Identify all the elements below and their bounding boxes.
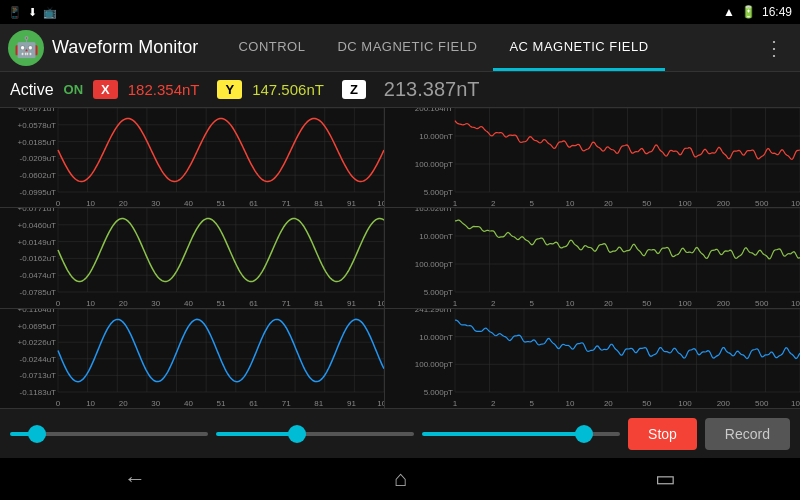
record-button[interactable]: Record — [705, 418, 790, 450]
controls-bar: Stop Record — [0, 408, 800, 458]
stop-button[interactable]: Stop — [628, 418, 697, 450]
svg-text:🤖: 🤖 — [14, 35, 39, 59]
screen-icon: 📺 — [43, 6, 57, 19]
slider-1[interactable] — [10, 432, 208, 436]
status-icons-right: ▲ 🔋 16:49 — [723, 5, 792, 19]
active-label: Active — [10, 81, 54, 99]
tab-control[interactable]: CONTROL — [222, 24, 321, 71]
y-badge: Y — [217, 80, 242, 99]
left-chart-z-canvas — [0, 309, 384, 408]
right-chart-x-canvas — [385, 108, 800, 208]
slider-2[interactable] — [216, 432, 414, 436]
status-bar: 📱 ⬇ 📺 ▲ 🔋 16:49 — [0, 0, 800, 24]
tab-dc[interactable]: DC MAGNETIC FIELD — [321, 24, 493, 71]
x-value: 182.354nT — [128, 81, 200, 98]
nav-bar: ← ⌂ ▭ — [0, 458, 800, 500]
right-chart-y-canvas — [385, 208, 800, 308]
right-charts — [385, 108, 800, 408]
slider-3[interactable] — [422, 432, 620, 436]
tab-bar: CONTROL DC MAGNETIC FIELD AC MAGNETIC FI… — [222, 24, 748, 71]
left-chart-y-canvas — [0, 208, 384, 308]
right-chart-z — [385, 309, 800, 408]
app-title: Waveform Monitor — [52, 37, 198, 58]
status-icons-left: 📱 ⬇ 📺 — [8, 6, 57, 19]
left-charts — [0, 108, 385, 408]
left-chart-y — [0, 208, 384, 308]
y-value: 147.506nT — [252, 81, 324, 98]
back-icon[interactable]: ← — [124, 466, 146, 492]
battery-icon: 🔋 — [741, 5, 756, 19]
z-value: 213.387nT — [384, 78, 480, 101]
toolbar: 🤖 Waveform Monitor CONTROL DC MAGNETIC F… — [0, 24, 800, 72]
right-chart-z-canvas — [385, 309, 800, 408]
left-chart-z — [0, 309, 384, 408]
overflow-menu[interactable]: ⋮ — [756, 28, 792, 68]
left-chart-x — [0, 108, 384, 208]
active-status: ON — [64, 82, 84, 97]
left-chart-x-canvas — [0, 108, 384, 208]
tab-ac[interactable]: AC MAGNETIC FIELD — [493, 24, 664, 71]
right-chart-x — [385, 108, 800, 208]
app-icon-small: 📱 — [8, 6, 22, 19]
charts-area — [0, 108, 800, 408]
recent-icon[interactable]: ▭ — [655, 466, 676, 492]
clock: 16:49 — [762, 5, 792, 19]
wifi-icon: ▲ — [723, 5, 735, 19]
right-chart-y — [385, 208, 800, 308]
home-icon[interactable]: ⌂ — [394, 466, 407, 492]
x-badge: X — [93, 80, 118, 99]
app-icon: 🤖 — [8, 30, 44, 66]
z-badge: Z — [342, 80, 366, 99]
active-row: Active ON X 182.354nT Y 147.506nT Z 213.… — [0, 72, 800, 108]
download-icon: ⬇ — [28, 6, 37, 19]
